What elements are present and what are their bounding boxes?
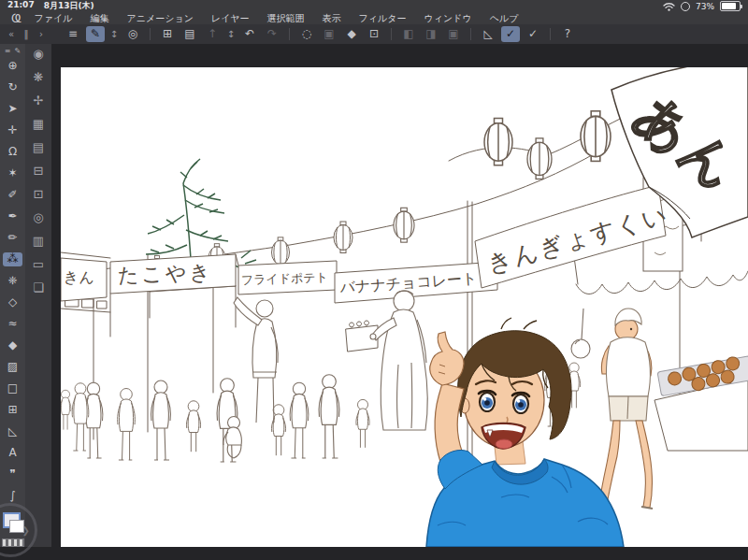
tool-text[interactable]: A xyxy=(3,446,22,460)
status-bar: 21:07 8月13日(木) 73% xyxy=(0,0,748,12)
panel-layer-list[interactable]: ⊟ xyxy=(28,164,49,179)
tool-frame[interactable]: ⊞ xyxy=(3,403,22,417)
tool-menu-icon[interactable]: ≡ xyxy=(5,47,11,55)
tool-brush[interactable]: ✏ xyxy=(3,231,22,245)
menu-bar: Ҩ ファイル編集アニメーションレイヤー選択範囲表示フィルターウィンドウヘルプ xyxy=(0,12,748,24)
file-chevrons-icon[interactable]: ↕ xyxy=(225,26,237,42)
edit-tool-icon[interactable]: ✎ xyxy=(86,26,105,42)
tool-balloon[interactable]: ❞ xyxy=(3,467,22,481)
smoothing-on-icon[interactable]: ✓ xyxy=(501,26,520,42)
tool-blend[interactable]: ≈ xyxy=(3,317,22,331)
menu-item[interactable]: 編集 xyxy=(90,12,108,25)
wifi-icon xyxy=(663,2,675,11)
transform-icon[interactable]: ⊡ xyxy=(365,26,383,42)
app-logo-icon[interactable]: Ҩ xyxy=(11,12,22,25)
menu-item[interactable]: フィルター xyxy=(359,12,407,25)
tool-gradient[interactable]: ▨ xyxy=(3,360,22,374)
fill-action-icon[interactable]: ◆ xyxy=(342,26,361,42)
canvas-document[interactable]: きん たこやき フライドポテト バナナチョコレート きんぎょすくい xyxy=(61,67,748,547)
panel-sub-view[interactable]: ⊡ xyxy=(28,187,49,202)
workspace: きん たこやき フライドポテト バナナチョコレート きんぎょすくい xyxy=(51,44,748,560)
panel-quick-search[interactable]: ◉ xyxy=(28,47,49,62)
panel-color-set[interactable]: ▦ xyxy=(28,117,49,132)
open-file-icon[interactable]: ▤ xyxy=(180,26,199,42)
menu-item[interactable]: 選択範囲 xyxy=(267,12,305,25)
panel-tool-property[interactable]: ✢ xyxy=(28,93,49,108)
tool-ruler[interactable]: ◺ xyxy=(3,424,22,438)
main-toolbar: « ‖ › ≡ ✎ ↕ ◎ ⊞ ▤ ↑ ↕ ↶ ↷ ◌ ▣ ◆ ⊡ ◧ ◨ ▣ … xyxy=(0,24,748,44)
export-icon[interactable]: ↑ xyxy=(203,26,222,42)
tool-zoom[interactable]: ⊕ xyxy=(3,59,22,73)
tool-lasso[interactable]: Ω xyxy=(3,145,22,159)
collapse-right-icon[interactable]: › xyxy=(36,26,47,42)
tool-palette: ≡ ✎ ⊕ ↻ ➤ ✛ Ω ✶ ✐ ✒ ✏ ⁂ ❈ ◇ ≈ ◆ ▨ □ ⊞ ◺ … xyxy=(0,44,25,547)
select-area-icon[interactable]: ◌ xyxy=(297,26,316,42)
undo-icon[interactable]: ↶ xyxy=(240,26,259,42)
snap-ruler-icon[interactable]: ◧ xyxy=(399,26,418,42)
tool-line-correct[interactable]: ∫ xyxy=(3,489,22,503)
tool-edit-icon[interactable]: ✎ xyxy=(15,47,22,55)
banner-left-text: きん xyxy=(64,268,94,286)
walking-kid xyxy=(597,309,653,509)
bamboo-branch xyxy=(146,159,256,273)
copy-paste-icon[interactable]: ▣ xyxy=(320,26,338,42)
tool-eyedropper[interactable]: ✐ xyxy=(3,188,22,202)
help-icon[interactable]: ? xyxy=(558,26,577,42)
pastry-stall xyxy=(654,354,748,451)
pointing-man xyxy=(234,297,278,423)
festival-illustration: きん たこやき フライドポテト バナナチョコレート きんぎょすくい xyxy=(61,67,748,547)
bottom-bar xyxy=(0,547,748,560)
tool-eraser[interactable]: ◇ xyxy=(3,295,22,309)
menu-item[interactable]: アニメーション xyxy=(126,12,193,25)
panel-layer-property[interactable]: ▤ xyxy=(28,140,49,155)
battery-icon xyxy=(720,1,741,11)
tool-pen[interactable]: ✒ xyxy=(3,209,22,223)
woman-long-dress xyxy=(370,291,427,430)
rotation-lock-icon xyxy=(681,2,690,11)
snap-special-icon[interactable]: ◨ xyxy=(422,26,440,42)
clock: 21:07 xyxy=(7,0,35,12)
battery-percent: 73% xyxy=(696,2,714,11)
tool-move-layer[interactable]: ✛ xyxy=(3,123,22,137)
tool-operation[interactable]: ➤ xyxy=(3,102,22,116)
panel-sub-tool[interactable]: ❋ xyxy=(28,70,49,85)
panel-timeline[interactable]: ▥ xyxy=(28,234,49,249)
ruler-icon[interactable]: ◺ xyxy=(479,26,497,42)
tool-fill[interactable]: ◆ xyxy=(3,338,22,352)
menu-item[interactable]: ファイル xyxy=(35,12,73,25)
panel-navigator[interactable]: ◎ xyxy=(28,210,49,225)
stall-banners: きん たこやき フライドポテト バナナチョコレート きんぎょすくい xyxy=(61,185,671,303)
new-canvas-icon[interactable]: ⊞ xyxy=(158,26,177,42)
menu-item[interactable]: ウィンドウ xyxy=(424,12,472,25)
palette-dock: ◉ ❋ ✢ ▦ ▤ ⊟ ⊡ ◎ ▥ ▭ ❏ xyxy=(25,44,51,547)
tool-decoration[interactable]: ❈ xyxy=(3,274,22,288)
banner-takoyaki-text: たこやき xyxy=(117,260,213,287)
panel-material[interactable]: ▭ xyxy=(28,257,49,272)
tool-figure[interactable]: □ xyxy=(3,381,22,395)
tool-airbrush[interactable]: ⁂ xyxy=(3,252,22,266)
tool-chevrons-icon[interactable]: ↕ xyxy=(108,26,120,42)
redo-icon[interactable]: ↷ xyxy=(263,26,281,42)
panel-layer-palette[interactable]: ❏ xyxy=(28,280,49,295)
menu-item[interactable]: ヘルプ xyxy=(490,12,519,25)
tool-auto-select[interactable]: ✶ xyxy=(3,166,22,180)
smoothing-alt-icon[interactable]: ✓ xyxy=(524,26,542,42)
snap-grid-icon[interactable]: ▣ xyxy=(444,26,463,42)
collapse-left-icon[interactable]: « xyxy=(6,26,17,42)
menu-item[interactable]: レイヤー xyxy=(211,12,250,25)
palette-handle-icon[interactable]: ‖ xyxy=(21,26,32,42)
foreground-boy xyxy=(426,318,624,547)
hamburger-menu-icon[interactable]: ≡ xyxy=(64,26,82,42)
tool-rotate[interactable]: ↻ xyxy=(3,80,22,94)
date: 8月13日(木) xyxy=(44,0,94,12)
menu-item[interactable]: 表示 xyxy=(323,12,341,25)
gallery-icon[interactable]: ◎ xyxy=(123,26,142,42)
